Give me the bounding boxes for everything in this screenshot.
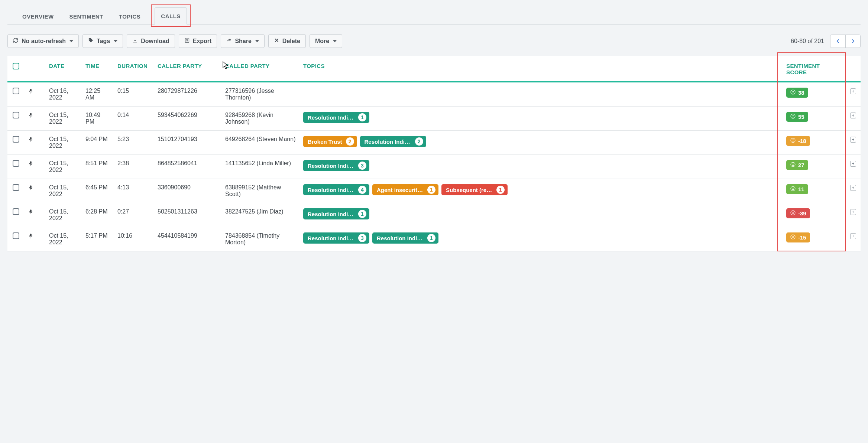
delete-button[interactable]: Delete (268, 34, 306, 48)
svg-point-18 (792, 212, 793, 212)
export-label: Export (193, 38, 212, 45)
cell-date: Oct 16, 2022 (45, 82, 82, 107)
expand-row-button[interactable]: + (850, 161, 856, 167)
sentiment-pill[interactable]: 11 (786, 184, 808, 194)
microphone-icon[interactable] (28, 210, 33, 216)
cell-time: 6:28 PM (82, 203, 114, 227)
col-caller[interactable]: CALLER PARTY (154, 56, 221, 82)
col-duration[interactable]: DURATION (114, 56, 154, 82)
topic-badge[interactable]: Resolution Indic…1 (303, 112, 369, 123)
topic-badge[interactable]: Agent insecuriti…1 (372, 184, 438, 195)
table-row[interactable]: Oct 15, 20229:04 PM5:2315101270419364926… (7, 131, 861, 155)
svg-point-19 (794, 212, 794, 212)
download-button[interactable]: Download (127, 34, 175, 48)
table-row[interactable]: Oct 15, 20225:17 PM10:164544105841997843… (7, 227, 861, 251)
select-all-checkbox[interactable] (13, 63, 19, 69)
sentiment-pill[interactable]: -15 (786, 232, 810, 242)
cell-duration: 4:13 (114, 179, 154, 203)
pager-prev-button[interactable] (830, 35, 845, 48)
table-row[interactable]: Oct 15, 20226:45 PM4:1333609006906388991… (7, 179, 861, 203)
row-checkbox[interactable] (13, 208, 19, 215)
topic-badge[interactable]: Resolution Indic…3 (303, 160, 369, 171)
microphone-icon[interactable] (28, 162, 33, 168)
microphone-icon[interactable] (28, 89, 33, 95)
sentiment-pill[interactable]: -39 (786, 208, 810, 218)
sentiment-value: 55 (798, 114, 804, 120)
delete-label: Delete (282, 38, 300, 45)
tab-calls[interactable]: CALLS (155, 7, 187, 25)
row-checkbox[interactable] (13, 112, 19, 118)
microphone-icon[interactable] (28, 137, 33, 144)
topic-label: Resolution Indic… (308, 235, 354, 241)
topic-badge[interactable]: Subsequent (repe…1 (441, 184, 508, 195)
expand-row-button[interactable]: + (850, 233, 856, 239)
sentiment-pill[interactable]: 38 (786, 88, 808, 98)
cell-time: 12:25 AM (82, 82, 114, 107)
tab-topics[interactable]: TOPICS (117, 8, 142, 24)
row-checkbox[interactable] (13, 136, 19, 143)
refresh-button[interactable]: No auto-refresh (7, 34, 79, 48)
cell-date: Oct 15, 2022 (45, 227, 82, 251)
expand-row-button[interactable]: + (850, 185, 856, 191)
svg-point-3 (792, 91, 793, 92)
download-icon (132, 38, 138, 45)
svg-point-11 (791, 162, 795, 167)
cell-caller: 864852586041 (154, 155, 221, 179)
sentiment-value: 11 (798, 186, 804, 192)
topic-count: 3 (358, 162, 366, 170)
expand-row-button[interactable]: + (850, 113, 856, 118)
cell-caller: 3360900690 (154, 179, 221, 203)
microphone-icon[interactable] (28, 234, 33, 240)
share-button[interactable]: Share (221, 34, 264, 48)
cell-duration: 0:27 (114, 203, 154, 227)
sentiment-value: -15 (798, 234, 806, 241)
more-button[interactable]: More (310, 34, 342, 48)
table-row[interactable]: Oct 16, 202212:25 AM0:152807298712262773… (7, 82, 861, 107)
table-row[interactable]: Oct 15, 202210:49 PM0:145934540622699284… (7, 107, 861, 131)
topic-badge[interactable]: Resolution Indic…1 (372, 232, 438, 244)
sentiment-pill[interactable]: -18 (786, 136, 810, 146)
row-checkbox[interactable] (13, 160, 19, 167)
cell-topics: Resolution Indic…1 (299, 107, 783, 131)
svg-point-10 (794, 140, 794, 140)
topic-badge[interactable]: Resolution Indic…1 (303, 208, 369, 219)
col-sentiment[interactable]: SENTIMENT SCORE (783, 56, 846, 82)
expand-row-button[interactable]: + (850, 137, 856, 143)
row-checkbox[interactable] (13, 232, 19, 239)
expand-row-button[interactable]: + (850, 209, 856, 215)
table-row[interactable]: Oct 15, 20228:51 PM2:3886485258604114113… (7, 155, 861, 179)
sentiment-pill[interactable]: 55 (786, 112, 808, 122)
tags-button[interactable]: Tags (82, 34, 123, 48)
row-checkbox[interactable] (13, 184, 19, 191)
tabs-bar: OVERVIEW SENTIMENT TOPICS CALLS (7, 6, 861, 25)
topic-badge[interactable]: Resolution Indic…3 (303, 232, 369, 244)
expand-row-button[interactable]: + (850, 88, 856, 94)
col-topics[interactable]: TOPICS (299, 56, 783, 82)
topic-badge[interactable]: Broken Trust2 (303, 136, 357, 147)
svg-point-12 (792, 164, 793, 164)
col-called[interactable]: CALLED PARTY (221, 56, 299, 82)
pager-next-button[interactable] (845, 35, 860, 48)
export-button[interactable]: Export (179, 34, 217, 48)
caret-down-icon (114, 40, 117, 42)
topic-badge[interactable]: Resolution Indic…2 (360, 136, 426, 147)
row-checkbox[interactable] (13, 88, 19, 94)
topic-badge[interactable]: Resolution Indic…4 (303, 184, 369, 195)
sentiment-face-icon (790, 186, 796, 193)
delete-icon (274, 38, 279, 45)
tab-overview[interactable]: OVERVIEW (21, 8, 55, 24)
cell-sentiment: -15 (783, 227, 846, 251)
microphone-icon[interactable] (28, 186, 33, 192)
microphone-icon[interactable] (28, 113, 33, 120)
col-time[interactable]: TIME (82, 56, 114, 82)
topic-count: 2 (415, 137, 423, 146)
table-row[interactable]: Oct 15, 20226:28 PM0:2750250131126338224… (7, 203, 861, 227)
topic-count: 1 (358, 210, 366, 218)
caret-down-icon (255, 40, 259, 42)
sentiment-face-icon (790, 162, 796, 169)
sentiment-pill[interactable]: 27 (786, 160, 808, 170)
cell-topics: Broken Trust2Resolution Indic…2 (299, 131, 783, 155)
tab-sentiment[interactable]: SENTIMENT (68, 8, 105, 24)
col-date[interactable]: DATE (45, 56, 82, 82)
svg-point-21 (792, 236, 793, 237)
